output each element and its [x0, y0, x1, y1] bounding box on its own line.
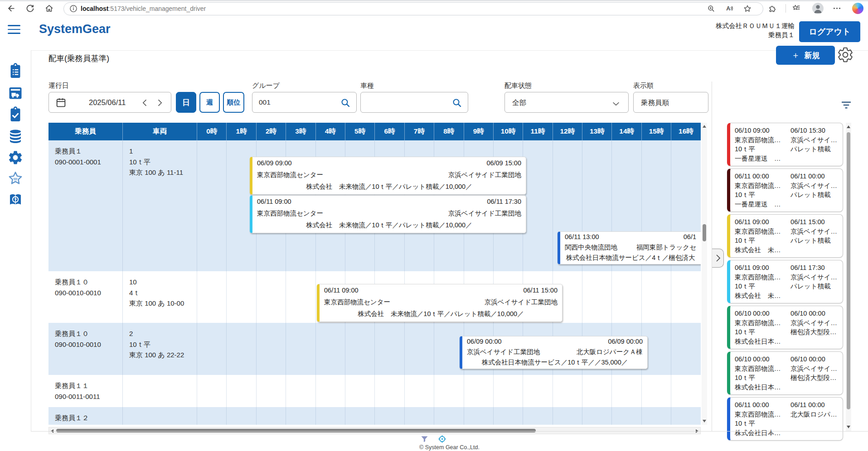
- schedule-slot[interactable]: [464, 407, 493, 425]
- schedule-slot[interactable]: [226, 407, 256, 425]
- site-info-icon[interactable]: [69, 4, 78, 13]
- clipboard-check-icon[interactable]: [7, 106, 24, 123]
- zoom-page-icon[interactable]: [707, 4, 716, 13]
- schedule-slot[interactable]: [315, 375, 345, 407]
- browser-profile-avatar[interactable]: [812, 3, 824, 14]
- schedule-slot[interactable]: [493, 375, 523, 407]
- favorite-star-icon[interactable]: [743, 4, 752, 13]
- schedule-slot[interactable]: [197, 323, 226, 375]
- unassigned-card[interactable]: 06/10 00:0006/10 00:00東京西部物流…京浜ベイサイ…10ｔ平…: [727, 306, 843, 349]
- driver-cell[interactable]: 乗務員１１090-0011-0011: [48, 375, 122, 407]
- schedule-card[interactable]: 06/11 09:0006/11 15:00東京西部物流センター京浜ベイサイド工…: [317, 284, 563, 322]
- driver-cell[interactable]: 乗務員１２: [48, 407, 122, 425]
- vertical-scroll-thumb[interactable]: [703, 224, 706, 241]
- table-horizontal-scrollbar[interactable]: [48, 427, 701, 434]
- schedule-slot[interactable]: [197, 140, 226, 271]
- vehicle-cell[interactable]: [122, 407, 197, 425]
- schedule-slot[interactable]: [374, 375, 404, 407]
- panel-expand-handle[interactable]: [712, 249, 724, 268]
- vehicle-type-search-icon[interactable]: [451, 97, 462, 108]
- panel-scroll-up-arrow[interactable]: [847, 125, 850, 128]
- schedule-slot[interactable]: [404, 323, 434, 375]
- schedule-card[interactable]: 06/11 13:0006/1関西中央物流団地福岡東部トラックセ株式会社日本物流…: [558, 231, 701, 264]
- hamburger-menu-icon[interactable]: [8, 25, 20, 34]
- schedule-slot[interactable]: [404, 407, 434, 425]
- schedule-slot[interactable]: [641, 271, 671, 323]
- schedule-slot[interactable]: [197, 407, 226, 425]
- browser-back-icon[interactable]: [6, 4, 16, 13]
- schedule-slot[interactable]: [611, 375, 641, 407]
- group-search-icon[interactable]: [340, 97, 351, 108]
- date-value[interactable]: 2025/06/11: [89, 98, 126, 107]
- schedule-slot[interactable]: [611, 407, 641, 425]
- schedule-slot[interactable]: [286, 323, 315, 375]
- schedule-slot[interactable]: [611, 271, 641, 323]
- schedule-slot[interactable]: [374, 323, 404, 375]
- schedule-slot[interactable]: [434, 375, 463, 407]
- schedule-slot[interactable]: [226, 375, 256, 407]
- schedule-slot[interactable]: [197, 375, 226, 407]
- schedule-slot[interactable]: [286, 407, 315, 425]
- schedule-slot[interactable]: [671, 407, 700, 425]
- schedule-slot[interactable]: [582, 271, 611, 323]
- unassigned-card[interactable]: 06/11 00:0006/11 00:00東京西部物流…京浜ベイサイ…10ｔ平…: [727, 168, 843, 212]
- schedule-slot[interactable]: [315, 323, 345, 375]
- schedule-slot[interactable]: [553, 407, 582, 425]
- browser-refresh-icon[interactable]: [25, 4, 35, 13]
- status-select[interactable]: 全部: [504, 92, 629, 113]
- database-icon[interactable]: [7, 128, 24, 144]
- vehicle-cell[interactable]: 210ｔ平東京 100 あ 22-22: [122, 323, 197, 375]
- vehicle-cell[interactable]: 110ｔ平東京 100 あ 11-11: [122, 140, 197, 271]
- schedule-slot[interactable]: [256, 323, 286, 375]
- schedule-slot[interactable]: [671, 323, 700, 375]
- clipboard-list-icon[interactable]: [7, 63, 24, 79]
- schedule-slot[interactable]: [523, 140, 552, 271]
- browser-home-icon[interactable]: [44, 4, 54, 13]
- browser-menu-dots-icon[interactable]: [832, 4, 842, 13]
- table-vertical-scrollbar[interactable]: [702, 123, 707, 425]
- copilot-icon[interactable]: [852, 3, 863, 14]
- schedule-card[interactable]: 06/09 09:0006/09 15:00東京西部物流センター京浜ベイサイド工…: [250, 157, 526, 195]
- scroll-down-arrow[interactable]: [703, 420, 706, 422]
- unassigned-card[interactable]: 06/10 09:0006/10 15:30東京西部物流…京浜ベイサイ…10ｔ平…: [727, 123, 843, 166]
- schedule-slot[interactable]: [404, 375, 434, 407]
- view-day-button[interactable]: 日: [176, 92, 196, 113]
- view-rank-button[interactable]: 順位: [223, 92, 244, 113]
- settings-gear-icon[interactable]: [7, 149, 24, 166]
- schedule-card[interactable]: 06/09 00:0006/09 00:00京浜ベイサイド工業団地北大阪ロジパー…: [460, 336, 648, 369]
- dispatch-calendar-truck-icon[interactable]: [7, 85, 24, 101]
- driver-cell[interactable]: 乗務員１０090-0010-0010: [48, 323, 122, 375]
- group-field[interactable]: 001: [252, 92, 357, 113]
- schedule-slot[interactable]: [523, 407, 552, 425]
- schedule-slot[interactable]: [226, 323, 256, 375]
- schedule-card[interactable]: 06/11 09:0006/11 17:30東京西部物流センター京浜ベイサイド工…: [250, 195, 526, 233]
- read-aloud-icon[interactable]: A: [725, 4, 734, 13]
- vehicle-cell[interactable]: 104ｔ東京 100 あ 10-00: [122, 271, 197, 323]
- scroll-up-arrow[interactable]: [703, 125, 706, 128]
- schedule-slot[interactable]: [345, 323, 374, 375]
- address-bar[interactable]: localhost:5173/vehicle_management_driver…: [63, 2, 763, 15]
- view-week-button[interactable]: 週: [199, 92, 220, 113]
- chevron-down-icon[interactable]: [611, 99, 621, 109]
- unassigned-card[interactable]: 06/11 09:0006/11 17:30東京西部物流…京浜ベイサイ…10ｔ平…: [727, 260, 843, 303]
- schedule-slot[interactable]: [671, 271, 700, 323]
- schedule-slot[interactable]: [226, 271, 256, 323]
- logout-button[interactable]: ログアウト: [799, 21, 860, 42]
- schedule-slot[interactable]: [464, 375, 493, 407]
- panel-scroll-down-arrow[interactable]: [847, 426, 850, 428]
- schedule-slot[interactable]: [315, 407, 345, 425]
- order-field[interactable]: 乗務員順: [633, 92, 708, 113]
- unassigned-card[interactable]: 06/10 00:0006/10 00:00東京西部物流…京浜ベイサイ…10ｔ平…: [727, 351, 843, 395]
- extensions-icon[interactable]: [768, 4, 777, 13]
- locate-target-icon[interactable]: [437, 434, 447, 444]
- help-manual-icon[interactable]: ?: [7, 192, 24, 208]
- schedule-slot[interactable]: [523, 375, 552, 407]
- schedule-slot[interactable]: [374, 407, 404, 425]
- schedule-slot[interactable]: [197, 271, 226, 323]
- star-feature-icon[interactable]: [7, 170, 24, 187]
- schedule-slot[interactable]: [493, 407, 523, 425]
- panel-filter-icon[interactable]: [839, 98, 853, 112]
- collections-icon[interactable]: [791, 4, 801, 13]
- schedule-slot[interactable]: [641, 407, 671, 425]
- unassigned-card[interactable]: 06/11 00:0006/11 00:00東京西部物流…北大阪ロジパ…10ｔ平…: [727, 397, 843, 441]
